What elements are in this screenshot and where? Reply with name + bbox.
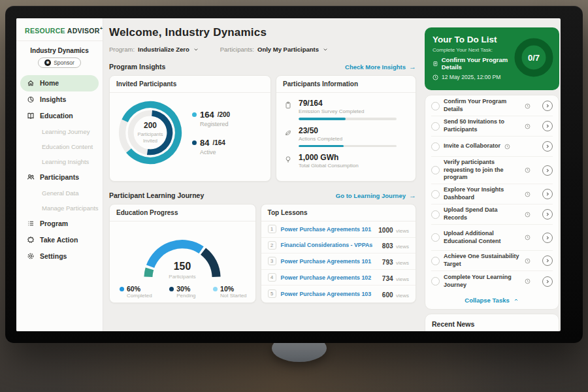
card-title: Education Progress	[110, 204, 255, 221]
go-to-learning-journey-link[interactable]: Go to Learning Journey →	[336, 192, 416, 199]
sidebar-item-general-data[interactable]: General Data	[20, 186, 99, 201]
todo-checkbox[interactable]	[431, 190, 440, 199]
todo-checkbox[interactable]	[431, 102, 440, 110]
sidebar-item-participants[interactable]: Participants	[20, 169, 99, 186]
sidebar-item-program[interactable]: Program	[20, 216, 99, 232]
lesson-title-link[interactable]: Power Purchase Agreements 103	[281, 291, 378, 297]
todo-go-button[interactable]	[542, 121, 553, 131]
program-dropdown[interactable]: Program: Industrialize Zero	[109, 46, 199, 53]
lesson-row[interactable]: 5 Power Purchase Agreements 103 600 view…	[261, 286, 416, 302]
todo-go-button[interactable]	[542, 276, 553, 287]
brand-advisor: ADVISOR	[67, 27, 100, 35]
legend-label: Not Started	[220, 293, 246, 299]
task-clock-icon	[504, 144, 510, 150]
todo-item[interactable]: Verify participants requesting to join t…	[431, 157, 553, 184]
todo-checkbox[interactable]	[431, 233, 440, 242]
card-title: Invited Participants	[110, 76, 270, 93]
sidebar-item-learning-insights[interactable]: Learning Insights	[20, 154, 99, 169]
metric-value: 23/50	[299, 126, 397, 135]
check-more-insights-link[interactable]: Check More Insights →	[345, 63, 416, 71]
page-title: Welcome, Industry Dynamics	[109, 26, 416, 39]
todo-checkbox[interactable]	[431, 122, 440, 131]
todo-list-card: Confirm Your Program Details Send 50 Inv…	[425, 95, 559, 310]
todo-go-button[interactable]	[542, 209, 553, 220]
todo-go-button[interactable]	[542, 141, 553, 152]
legend-total: /164	[212, 139, 225, 146]
metric-value: 79/164	[299, 99, 397, 108]
participants-value: Only My Participants	[257, 46, 319, 53]
todo-go-button[interactable]	[542, 189, 553, 199]
lesson-row[interactable]: 4 Power Purchase Agreements 102 734 view…	[261, 270, 416, 286]
chevron-right-icon	[545, 168, 550, 173]
sidebar-item-education-content[interactable]: Education Content	[20, 139, 99, 154]
todo-item[interactable]: Send 50 Invitations to Participants	[431, 116, 553, 137]
arrow-right-icon: →	[409, 63, 416, 71]
todo-checkbox[interactable]	[431, 166, 440, 174]
lesson-title-link[interactable]: Power Purchase Agreements 101	[281, 258, 378, 265]
sidebar-item-insights[interactable]: Insights	[20, 91, 99, 108]
todo-item[interactable]: Complete Your Learning Journey	[431, 271, 553, 291]
todo-checkbox[interactable]	[431, 210, 440, 219]
lesson-row[interactable]: 1 Power Purchase Agreements 101 1000 vie…	[261, 221, 416, 238]
bulb-icon	[284, 155, 292, 163]
survey-clipboard-icon	[284, 101, 292, 109]
sidebar-item-education[interactable]: Education	[20, 108, 99, 124]
collapse-tasks-link[interactable]: Collapse Tasks	[431, 291, 553, 308]
todo-item[interactable]: Upload Spend Data Records	[431, 204, 553, 225]
lesson-title-link[interactable]: Financial Considerations - VPPAs	[281, 242, 378, 248]
sidebar-item-settings[interactable]: Settings	[20, 248, 99, 265]
sidebar-item-label: Learning Journey	[42, 128, 90, 135]
legend-label: Active	[200, 149, 230, 155]
todo-go-button[interactable]	[542, 233, 553, 243]
lesson-views-count: 803	[382, 242, 393, 250]
gauge-segment	[203, 252, 216, 277]
donut-center-value: 200	[144, 121, 157, 130]
education-gauge-chart: 150 Participants	[110, 221, 255, 284]
todo-item-label: Upload Additional Educational Content	[444, 230, 521, 245]
todo-item[interactable]: Upload Additional Educational Content	[431, 225, 553, 251]
sidebar-nav: Home Insights Education Learning Journey…	[16, 75, 103, 265]
sidebar-item-take-action[interactable]: Take Action	[20, 232, 99, 248]
legend-dot	[169, 287, 174, 291]
settings-gear-icon	[27, 252, 35, 260]
todo-go-button[interactable]	[542, 255, 553, 266]
participants-dropdown[interactable]: Participants: Only My Participants	[220, 46, 329, 53]
lesson-title-link[interactable]: Power Purchase Agreements 102	[281, 274, 378, 281]
todo-item[interactable]: Invite a Collaborator	[431, 137, 553, 157]
todo-item[interactable]: Confirm Your Program Details	[431, 96, 553, 116]
legend-not-started: 10% Not Started	[213, 285, 246, 299]
lesson-title-link[interactable]: Power Purchase Agreements 101	[281, 226, 374, 233]
legend-label: Pending	[176, 293, 195, 299]
card-title: Participants Information	[276, 76, 416, 93]
sponsor-badge: ✱ Sponsor	[38, 57, 81, 68]
sponsor-icon: ✱	[44, 59, 51, 66]
chevron-right-icon	[545, 144, 550, 149]
sidebar-item-label: Education Content	[42, 143, 93, 150]
home-icon	[27, 79, 35, 87]
legend-value: 84	[200, 138, 209, 148]
chevron-down-icon	[322, 47, 329, 52]
lesson-row[interactable]: 2 Financial Considerations - VPPAs 803 v…	[261, 238, 416, 254]
todo-go-button[interactable]	[542, 101, 553, 111]
legend-value: 60%	[127, 285, 140, 293]
invited-donut-chart: 200 Participants Invited	[114, 96, 187, 169]
todo-item[interactable]: Achieve One Sustainability Target	[431, 251, 553, 271]
todo-checkbox[interactable]	[431, 257, 440, 265]
legend-registered: 164/200 Registered	[192, 110, 230, 127]
legend-active: 84/164 Active	[192, 138, 230, 155]
lesson-rank: 3	[268, 257, 276, 265]
todo-checkbox[interactable]	[431, 277, 440, 286]
lesson-row[interactable]: 3 Power Purchase Agreements 101 793 view…	[261, 253, 416, 270]
todo-item-label: Achieve One Sustainability Target	[444, 253, 521, 268]
todo-go-button[interactable]	[542, 165, 553, 176]
sidebar-item-manage-participants[interactable]: Manage Participants	[20, 201, 99, 216]
lesson-rank: 5	[268, 289, 276, 298]
todo-checkbox[interactable]	[431, 142, 440, 151]
program-insights-title: Program Insights	[109, 63, 165, 71]
link-label: Go to Learning Journey	[336, 192, 406, 199]
sidebar-item-learning-journey[interactable]: Learning Journey	[20, 124, 99, 139]
todo-item[interactable]: Explore Your Insights Dashboard	[431, 184, 553, 204]
task-clock-icon	[525, 167, 531, 173]
sidebar-item-home[interactable]: Home	[20, 75, 99, 91]
lesson-rank: 1	[268, 225, 276, 233]
